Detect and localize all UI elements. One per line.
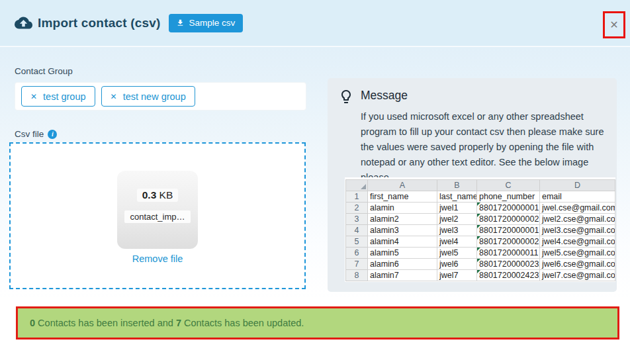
- sheet-cell: alamin5: [368, 248, 437, 259]
- file-size-value: 0.3: [142, 189, 157, 201]
- sheet-cell: jwel4: [437, 236, 477, 248]
- close-annotation-box: ✕: [603, 11, 625, 38]
- sheet-row-number: 6: [346, 248, 368, 259]
- sheet-column-letter: A: [368, 180, 437, 191]
- sample-csv-button[interactable]: Sample csv: [169, 14, 244, 32]
- sheet-cell: jwel6: [437, 259, 477, 270]
- modal-body: Contact Group ✕test group✕test new group…: [0, 47, 630, 364]
- message-title: Message: [361, 89, 408, 103]
- contact-group-select[interactable]: ✕test group✕test new group: [15, 82, 306, 111]
- csv-file-label: Csv file i: [15, 129, 57, 139]
- sheet-row: 1first_namelast_namephone_numberemail: [346, 191, 615, 203]
- sheet-cell: jwel6.cse@gmail.com: [540, 259, 615, 270]
- sheet-cell: 880172000002326: [477, 259, 540, 270]
- csv-file-label-text: Csv file: [15, 129, 44, 139]
- contact-group-tags: ✕test group✕test new group: [21, 86, 195, 107]
- message-body: If you used microsoft excel or any other…: [361, 109, 613, 185]
- excel-warning-triangle-icon: [477, 214, 480, 217]
- sheet-cell: 88017200024237: [477, 270, 540, 281]
- sheet-cell: last_name: [437, 191, 477, 203]
- file-preview-card: 0.3 KB contact_imp…: [117, 171, 198, 249]
- sheet-cell: 8801720000002: [477, 214, 540, 225]
- file-size: 0.3 KB: [137, 189, 179, 202]
- modal-header: Import contact (csv) Sample csv ✕: [0, 0, 630, 46]
- sheet-row-number: 3: [346, 214, 368, 225]
- csv-dropzone[interactable]: 0.3 KB contact_imp… Remove file: [9, 142, 306, 289]
- download-icon: [176, 19, 185, 27]
- sheet-cell: alamin7: [368, 270, 437, 281]
- excel-warning-triangle-icon: [477, 236, 480, 240]
- sheet-row: 4alamin3jwel38801720000001jwel3.cse@gmai…: [346, 225, 615, 236]
- excel-warning-triangle-icon: [477, 225, 480, 228]
- sheet-letter-row: ABCD: [346, 180, 615, 191]
- spreadsheet-example-image: ABCD 1first_namelast_namephone_numberema…: [345, 177, 615, 282]
- contact-group-tag[interactable]: ✕test group: [21, 86, 95, 107]
- excel-warning-triangle-icon: [477, 248, 480, 251]
- sheet-cell: email: [540, 191, 615, 203]
- updated-text: Contacts has been updated.: [181, 318, 304, 328]
- tag-remove-icon[interactable]: ✕: [111, 93, 117, 101]
- sheet-row-number: 4: [346, 225, 368, 236]
- sheet-cell: 8801720000001: [477, 203, 540, 214]
- sheet-cell: jwel7: [437, 270, 477, 281]
- sheet-row: 3alamin2jwel28801720000002jwel2.cse@gmai…: [346, 214, 615, 225]
- sheet-row-number: 8: [346, 270, 368, 281]
- cloud-upload-icon: [15, 14, 32, 32]
- tag-label: test group: [43, 91, 86, 102]
- alert-text: 0 Contacts has been inserted and 7 Conta…: [30, 318, 304, 328]
- sheet-row-number: 2: [346, 203, 368, 214]
- spreadsheet-table: ABCD 1first_namelast_namephone_numberema…: [345, 179, 615, 281]
- sheet-cell: jwel.cse@gmail.com: [540, 203, 615, 214]
- sheet-cell: 8801720000002: [477, 236, 540, 248]
- sheet-cell: 8801720000011: [477, 248, 540, 259]
- sheet-cell: jwel4.cse@gmail.com: [540, 236, 615, 248]
- sheet-cell: alamin3: [368, 225, 437, 236]
- contact-group-tag[interactable]: ✕test new group: [101, 86, 195, 107]
- tag-label: test new group: [123, 91, 186, 102]
- sheet-row: 7alamin6jwel6880172000002326jwel6.cse@gm…: [346, 259, 615, 270]
- sheet-cell: jwel1: [437, 203, 477, 214]
- contact-group-label: Contact Group: [15, 66, 73, 76]
- sheet-row: 5alamin4jwel48801720000002jwel4.cse@gmai…: [346, 236, 615, 248]
- sheet-row-number: 5: [346, 236, 368, 248]
- sheet-cell: alamin2: [368, 214, 437, 225]
- file-size-unit: KB: [156, 189, 173, 201]
- excel-warning-triangle-icon: [477, 259, 480, 262]
- message-panel: Message If you used microsoft excel or a…: [328, 78, 617, 292]
- lightbulb-icon: [338, 89, 354, 105]
- sheet-cell: jwel5.cse@gmail.com: [540, 248, 615, 259]
- import-contact-modal: Import contact (csv) Sample csv ✕ Contac…: [0, 0, 630, 364]
- sheet-cell: 8801720000001: [477, 225, 540, 236]
- sheet-row: 8alamin7jwel788017200024237jwel7.cse@gma…: [346, 270, 615, 281]
- sheet-cell: phone_number: [477, 191, 540, 203]
- tag-remove-icon[interactable]: ✕: [30, 93, 37, 101]
- sheet-row: 2alaminjwel18801720000001jwel.cse@gmail.…: [346, 203, 615, 214]
- sheet-cell: jwel2.cse@gmail.com: [540, 214, 615, 225]
- sheet-cell: jwel3: [437, 225, 477, 236]
- sheet-row-number: 7: [346, 259, 368, 270]
- sheet-cell: first_name: [368, 191, 437, 203]
- sheet-cell: jwel7.cse@gmail.com: [540, 270, 615, 281]
- import-result-alert: 0 Contacts has been inserted and 7 Conta…: [16, 306, 619, 340]
- sheet-column-letter: B: [437, 180, 477, 191]
- sample-csv-label: Sample csv: [189, 18, 236, 28]
- sheet-column-letter: D: [540, 180, 615, 191]
- inserted-text: Contacts has been inserted and: [35, 318, 176, 328]
- sheet-corner-cell: [346, 180, 368, 191]
- sheet-cell: jwel3.cse@gmail.com: [540, 225, 615, 236]
- sheet-body: 1first_namelast_namephone_numberemail2al…: [346, 191, 615, 281]
- page-title: Import contact (csv): [38, 16, 161, 30]
- updated-count: 7: [176, 318, 181, 328]
- sheet-cell: alamin4: [368, 236, 437, 248]
- sheet-cell: alamin: [368, 203, 437, 214]
- close-icon[interactable]: ✕: [609, 20, 618, 30]
- sheet-cell: jwel2: [437, 214, 477, 225]
- corner-triangle-icon: [361, 184, 366, 189]
- inserted-count: 0: [30, 318, 35, 328]
- sheet-row-number: 1: [346, 191, 368, 203]
- remove-file-link[interactable]: Remove file: [132, 253, 183, 264]
- info-icon[interactable]: i: [48, 130, 57, 139]
- excel-warning-triangle-icon: [477, 270, 480, 273]
- excel-warning-triangle-icon: [477, 203, 480, 206]
- sheet-column-letter: C: [477, 180, 540, 191]
